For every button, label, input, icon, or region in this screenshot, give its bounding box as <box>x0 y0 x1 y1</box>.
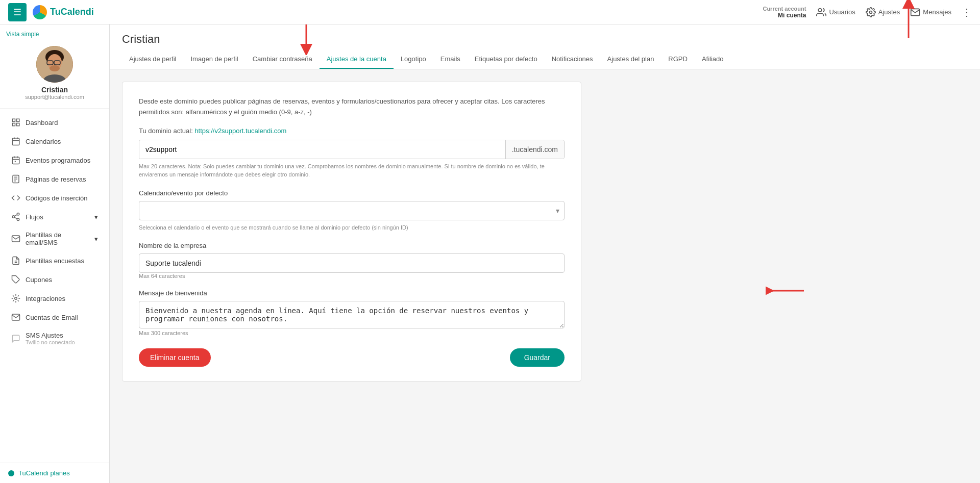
welcome-hint: Max 300 caracteres <box>139 330 565 336</box>
calendar-select-wrapper: ▾ <box>139 201 565 220</box>
tucalendi-planes-link[interactable]: TuCalendi planes <box>8 469 101 477</box>
sidebar-item-dashboard[interactable]: Dashboard <box>3 113 106 132</box>
gear-icon <box>866 7 876 17</box>
tab-ajustes-perfil[interactable]: Ajustes de perfil <box>122 50 184 69</box>
save-button[interactable]: Guardar <box>510 348 565 367</box>
tab-imagen-perfil[interactable]: Imagen de perfil <box>184 50 246 69</box>
tab-emails[interactable]: Emails <box>433 50 468 69</box>
page-icon <box>11 174 20 184</box>
user-section: Cristian support@tucalendi.com <box>0 41 109 109</box>
svg-rect-13 <box>17 123 19 126</box>
settings-card: Desde este dominio puedes publicar págin… <box>122 82 581 382</box>
sidebar-item-label: Calendarios <box>26 138 98 145</box>
domain-suffix: .tucalendi.com <box>505 140 564 159</box>
sidebar-item-label: Páginas de reservas <box>26 175 98 183</box>
usuarios-nav[interactable]: Usuarios <box>816 7 855 17</box>
domain-current-text: Tu dominio actual: https://v2support.tuc… <box>139 127 565 135</box>
sidebar-nav: Dashboard Calendarios Eventos <box>0 109 109 463</box>
domain-input[interactable] <box>139 140 505 159</box>
domain-url-link[interactable]: https://v2support.tucalendi.com <box>194 127 286 135</box>
sidebar-item-sms[interactable]: SMS Ajustes Twilio no conectado <box>3 327 106 350</box>
sidebar-bottom: TuCalendi planes <box>0 463 109 483</box>
main-content: Desde este dominio puedes publicar págin… <box>110 69 980 394</box>
tab-notificaciones[interactable]: Notificaciones <box>545 50 600 69</box>
sidebar-item-integraciones[interactable]: Integraciones <box>3 289 106 308</box>
welcome-label: Mensaje de bienvenida <box>139 289 565 297</box>
calendar-hint: Selecciona el calendario o el evento que… <box>139 223 565 232</box>
tab-rgpd[interactable]: RGPD <box>661 50 695 69</box>
actions-row: Eliminar cuenta Guardar <box>139 348 565 367</box>
svg-line-30 <box>14 217 17 219</box>
content-area: Cristian Ajustes de perfil Imagen de per… <box>110 24 980 483</box>
vista-simple-link[interactable]: Vista simple <box>6 31 39 38</box>
welcome-textarea[interactable]: Bienvenido a nuestra agenda en línea. Aq… <box>139 301 565 328</box>
sidebar-item-label: Eventos programados <box>26 157 98 164</box>
ajustes-label: Ajustes <box>878 8 900 16</box>
sidebar-item-flujos[interactable]: Flujos ▾ <box>3 208 106 226</box>
more-options-button[interactable]: ⋮ <box>962 6 972 18</box>
top-header: ☰ TuCalendi Current account Mi cuenta Us… <box>0 0 980 24</box>
chevron-down-icon: ▾ <box>94 235 98 243</box>
mensajes-nav[interactable]: Mensajes <box>910 7 951 17</box>
svg-point-29 <box>17 218 19 221</box>
svg-rect-14 <box>12 138 19 145</box>
delete-account-button[interactable]: Eliminar cuenta <box>139 348 211 367</box>
sidebar-item-cupones[interactable]: Cupones <box>3 270 106 289</box>
card-description: Desde este dominio puedes publicar págin… <box>139 96 565 118</box>
tab-ajustes-plan[interactable]: Ajustes del plan <box>600 50 662 69</box>
tab-logotipo[interactable]: Logotipo <box>394 50 433 69</box>
coupon-icon <box>11 275 20 284</box>
mail-icon <box>910 7 920 17</box>
sidebar-item-calendarios[interactable]: Calendarios <box>3 132 106 150</box>
svg-point-28 <box>12 216 15 218</box>
code-icon <box>11 193 20 202</box>
hamburger-icon: ☰ <box>13 7 21 18</box>
tab-etiquetas[interactable]: Etiquetas por defecto <box>468 50 545 69</box>
tab-ajustes-cuenta[interactable]: Ajustes de la cuenta <box>320 50 394 69</box>
main-layout: Vista simple <box>0 24 980 483</box>
svg-rect-10 <box>12 119 15 121</box>
planes-icon <box>8 470 14 476</box>
chevron-down-icon: ▾ <box>94 213 98 221</box>
svg-rect-18 <box>12 157 19 164</box>
svg-point-1 <box>869 11 872 13</box>
sidebar-item-label: Códigos de inserción <box>26 194 98 202</box>
sidebar-item-plantillas-encuestas[interactable]: Plantillas encuestas <box>3 251 106 270</box>
sidebar: Vista simple <box>0 24 110 483</box>
calendar-label: Calendario/evento por defecto <box>139 189 565 197</box>
header-right: Current account Mi cuenta Usuarios Ajust… <box>763 6 972 19</box>
sidebar-top: Vista simple <box>0 24 109 41</box>
svg-line-31 <box>14 215 17 216</box>
tab-afiliado[interactable]: Afiliado <box>695 50 731 69</box>
sidebar-item-cuentas-email[interactable]: Cuentas de Email <box>3 308 106 326</box>
svg-point-27 <box>17 213 19 216</box>
calendar-select[interactable] <box>139 201 565 220</box>
hamburger-button[interactable]: ☰ <box>8 3 27 21</box>
page-title: Cristian <box>122 24 968 50</box>
sidebar-item-codigos[interactable]: Códigos de inserción <box>3 189 106 207</box>
mensajes-label: Mensajes <box>923 8 951 16</box>
user-email: support@tucalendi.com <box>25 94 84 100</box>
planes-label: TuCalendi planes <box>18 469 70 477</box>
company-hint: Max 64 caracteres <box>139 273 565 279</box>
domain-input-row: .tucalendi.com <box>139 140 565 159</box>
sidebar-item-reservas[interactable]: Páginas de reservas <box>3 170 106 188</box>
sidebar-item-label: Integraciones <box>26 295 98 302</box>
email-account-icon <box>11 313 20 322</box>
sidebar-item-plantillas-email[interactable]: Plantillas de email/SMS ▾ <box>3 226 106 251</box>
company-input[interactable] <box>139 253 565 273</box>
ajustes-nav[interactable]: Ajustes <box>866 7 900 17</box>
sidebar-item-label: Cupones <box>26 276 98 284</box>
svg-point-0 <box>819 8 822 12</box>
sidebar-item-label: Plantillas encuestas <box>26 257 98 265</box>
email-sms-icon <box>11 234 20 243</box>
company-label: Nombre de la empresa <box>139 242 565 249</box>
sidebar-item-eventos[interactable]: Eventos programados <box>3 151 106 169</box>
svg-rect-12 <box>12 123 15 126</box>
sidebar-item-label: Flujos <box>26 213 89 221</box>
sidebar-item-label: Plantillas de email/SMS <box>26 231 89 246</box>
user-name: Cristian <box>41 86 68 94</box>
sidebar-item-label: Dashboard <box>26 119 98 126</box>
usuarios-label: Usuarios <box>829 8 855 16</box>
tab-cambiar-password[interactable]: Cambiar contraseña <box>246 50 320 69</box>
